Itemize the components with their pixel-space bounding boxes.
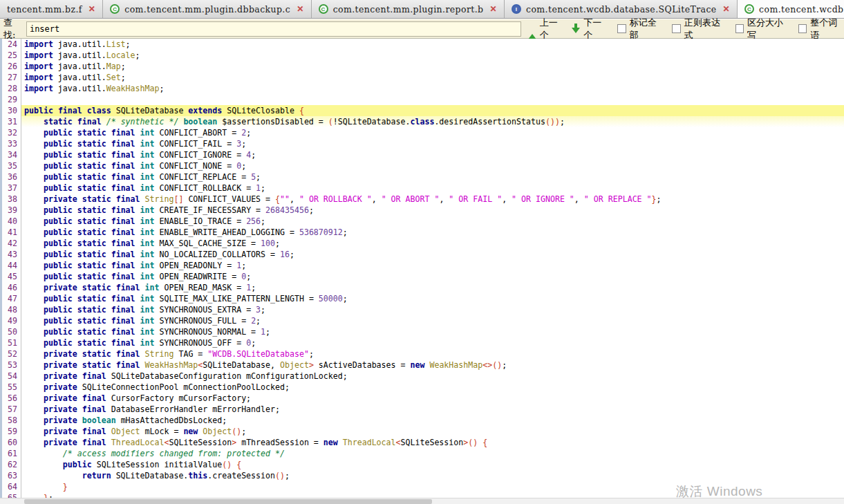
class-icon: C: [110, 4, 120, 14]
line-number: 34: [2, 149, 21, 160]
code-line: 40 public static final int ENABLE_IO_TRA…: [2, 216, 844, 227]
code-text: private static final String[] CONFLICT_V…: [21, 194, 844, 205]
code-editor[interactable]: 24import java.util.List;25import java.ut…: [0, 39, 844, 504]
code-line: 62 public SQLiteSession initialValue() {: [2, 459, 844, 470]
code-text: import java.util.Locale;: [21, 50, 844, 61]
code-text: static final /* synthetic */ boolean $as…: [21, 116, 844, 127]
line-number: 41: [2, 227, 21, 238]
code-text: public static final int CONFLICT_ABORT =…: [21, 127, 844, 138]
code-text: private static final String TAG = "WCDB.…: [21, 348, 844, 360]
line-number: 45: [2, 271, 21, 282]
line-number: 33: [2, 138, 21, 149]
tab[interactable]: Ccom.tencent.mm.plugin.report.b✕: [312, 0, 505, 18]
line-number: 57: [2, 404, 21, 415]
line-number: 35: [2, 160, 21, 171]
search-option-group: 标记全部正则表达式区分大小写整个词语: [608, 17, 844, 41]
tab[interactable]: Icom.tencent.wcdb.database.SQLiteTrace✕: [505, 0, 738, 18]
checkbox-option[interactable]: 整个词语: [798, 17, 844, 41]
tab[interactable]: tencent.mm.bz.f✕: [0, 0, 103, 18]
code-line: 32 public static final int CONFLICT_ABOR…: [2, 127, 844, 138]
code-line: 45 public static final int OPEN_READWRIT…: [2, 271, 844, 282]
line-number: 29: [2, 94, 21, 105]
checkbox-option[interactable]: 标记全部: [617, 17, 663, 41]
line-number: 52: [2, 348, 21, 360]
code-text: public static final int SYNCHRONOUS_FULL…: [21, 315, 844, 326]
line-number: 50: [2, 326, 21, 337]
code-line: 31 static final /* synthetic */ boolean …: [2, 116, 844, 127]
scrollbar-thumb[interactable]: [24, 499, 432, 504]
code-text: public static final int ENABLE_IO_TRACE …: [21, 216, 844, 227]
line-number: 49: [2, 315, 21, 326]
code-line: 28import java.util.WeakHashMap;: [2, 83, 844, 94]
code-text: private final Object mLock = new Object(…: [21, 426, 844, 437]
checkbox-icon[interactable]: [798, 24, 807, 33]
code-line: 44 public static final int OPEN_READONLY…: [2, 260, 844, 271]
line-number: 36: [2, 171, 21, 183]
line-number: 58: [2, 415, 21, 426]
line-number: 39: [2, 205, 21, 216]
find-previous-label: 上一个: [540, 17, 565, 41]
code-text: public static final int ENABLE_WRITE_AHE…: [21, 227, 844, 238]
tab[interactable]: Ccom.tencent.mm.plugin.dbbackup.c✕: [103, 0, 311, 18]
checkbox-label: 整个词语: [810, 17, 844, 41]
code-line: 60 private final ThreadLocal<SQLiteSessi…: [2, 437, 844, 448]
code-line: 38 private static final String[] CONFLIC…: [2, 194, 844, 205]
code-text: public static final int NO_LOCALIZED_COL…: [21, 249, 844, 260]
code-line: 52 private static final String TAG = "WC…: [2, 348, 844, 360]
code-text: public static final int OPEN_READWRITE =…: [21, 271, 844, 282]
code-text: private boolean mHasAttachedDbsLocked;: [21, 415, 844, 426]
close-icon[interactable]: ✕: [722, 4, 730, 14]
line-number: 42: [2, 238, 21, 249]
line-number: 26: [2, 61, 21, 72]
code-line: 54 private final SQLiteDatabaseConfigura…: [2, 371, 844, 382]
code-line: 35 public static final int CONFLICT_NONE…: [2, 160, 844, 171]
close-icon[interactable]: ✕: [489, 4, 497, 14]
line-number: 51: [2, 337, 21, 348]
code-line: 24import java.util.List;: [2, 39, 844, 50]
code-text: [21, 94, 844, 105]
find-label: 查找:: [0, 17, 26, 41]
line-number: 31: [2, 116, 21, 127]
interface-icon: I: [512, 4, 521, 14]
line-number: 38: [2, 194, 21, 205]
line-number: 46: [2, 282, 21, 293]
code-line: 25import java.util.Locale;: [2, 50, 844, 61]
line-number: 28: [2, 83, 21, 94]
code-line: 57 private final DatabaseErrorHandler mE…: [2, 404, 844, 415]
decompiler-window: tencent.mm.bz.f✕Ccom.tencent.mm.plugin.d…: [0, 0, 844, 504]
code-line: 43 public static final int NO_LOCALIZED_…: [2, 249, 844, 260]
search-input[interactable]: [26, 21, 521, 37]
code-text: public static final int SYNCHRONOUS_NORM…: [21, 326, 844, 337]
code-line: 56 private final CursorFactory mCursorFa…: [2, 393, 844, 404]
tab-label: com.tencent.mm.plugin.dbbackup.c: [124, 4, 290, 15]
code-line: 58 private boolean mHasAttachedDbsLocked…: [2, 415, 844, 426]
code-line: 48 public static final int SYNCHRONOUS_E…: [2, 304, 844, 315]
tab-label: tencent.mm.bz.f: [7, 4, 82, 15]
tab[interactable]: Ccom.tencent.wcdb.database.SQLiteDatabas…: [738, 0, 844, 18]
line-number: 53: [2, 360, 21, 371]
tab-label: com.tencent.wcdb.database.SQLiteDatabase: [759, 4, 844, 15]
class-icon: C: [319, 4, 328, 14]
close-icon[interactable]: ✕: [87, 4, 95, 14]
line-number: 48: [2, 304, 21, 315]
code-line: 33 public static final int CONFLICT_FAIL…: [2, 138, 844, 149]
line-number: 47: [2, 293, 21, 304]
find-previous-button[interactable]: 上一个: [528, 17, 565, 41]
code-line: 30public final class SQLiteDatabase exte…: [2, 105, 844, 116]
code-line: 49 public static final int SYNCHRONOUS_F…: [2, 315, 844, 326]
code-line: 37 public static final int CONFLICT_ROLL…: [2, 183, 844, 194]
code-text: import java.util.Set;: [21, 72, 844, 83]
checkbox-option[interactable]: 区分大小写: [735, 17, 789, 41]
search-bar: 查找: 上一个 下一个 标记全部正则表达式区分大小写整个词语: [0, 19, 844, 39]
checkbox-icon[interactable]: [672, 24, 680, 33]
checkbox-option[interactable]: 正则表达式: [672, 17, 726, 41]
find-next-button[interactable]: 下一个: [572, 17, 608, 41]
line-number: 56: [2, 393, 21, 404]
checkbox-icon[interactable]: [617, 24, 626, 33]
checkbox-icon[interactable]: [735, 24, 744, 33]
line-number: 63: [2, 470, 21, 481]
code-text: public static final int SYNCHRONOUS_OFF …: [21, 337, 844, 348]
close-icon[interactable]: ✕: [295, 4, 303, 14]
code-text: public final class SQLiteDatabase extend…: [21, 105, 844, 116]
code-text: public static final int SYNCHRONOUS_EXTR…: [21, 304, 844, 315]
